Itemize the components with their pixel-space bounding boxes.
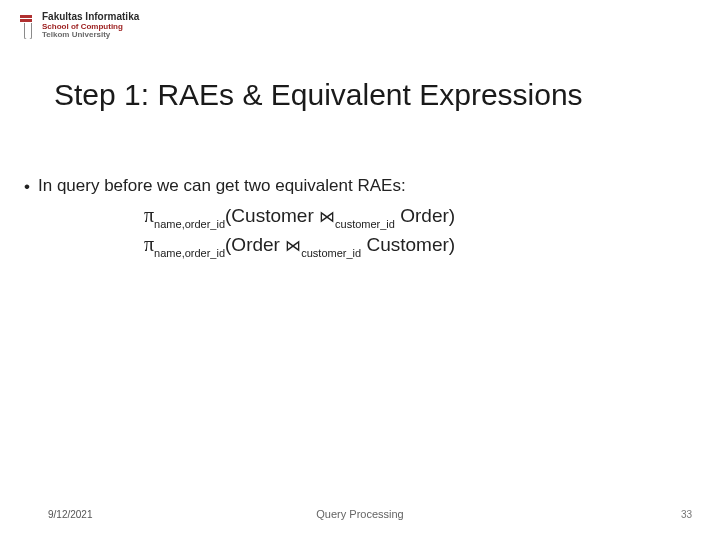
footer-page-number: 33 <box>681 509 692 520</box>
expression-block: πname,order_id(Customer ⋈customer_id Ord… <box>144 202 680 259</box>
bullet-text: In query before we can get two equivalen… <box>38 176 406 198</box>
expression-2: πname,order_id(Order ⋈customer_id Custom… <box>144 231 680 260</box>
slide-title: Step 1: RAEs & Equivalent Expressions <box>54 78 583 112</box>
pi-symbol: π <box>144 204 154 226</box>
expr-rest: Order) <box>395 205 455 226</box>
pi-subscript: name,order_id <box>154 247 225 259</box>
logo-line-1: Fakultas Informatika <box>42 12 139 23</box>
slide-body: • In query before we can get two equival… <box>22 176 680 259</box>
logo-mark-icon <box>16 13 36 39</box>
join-subscript: customer_id <box>301 247 361 259</box>
pi-symbol: π <box>144 233 154 255</box>
bullet-item: • In query before we can get two equival… <box>22 176 680 198</box>
expression-1: πname,order_id(Customer ⋈customer_id Ord… <box>144 202 680 231</box>
bullet-dot-icon: • <box>22 176 32 198</box>
institution-logo: Fakultas Informatika School of Computing… <box>16 12 139 39</box>
logo-line-3: Telkom University <box>42 31 139 39</box>
join-symbol: ⋈ <box>285 237 301 254</box>
expr-open: (Order <box>225 234 285 255</box>
footer-center: Query Processing <box>0 508 720 520</box>
expr-rest: Customer) <box>361 234 455 255</box>
pi-subscript: name,order_id <box>154 218 225 230</box>
logo-text: Fakultas Informatika School of Computing… <box>42 12 139 39</box>
expr-open: (Customer <box>225 205 319 226</box>
join-symbol: ⋈ <box>319 208 335 225</box>
slide: Fakultas Informatika School of Computing… <box>0 0 720 540</box>
join-subscript: customer_id <box>335 218 395 230</box>
